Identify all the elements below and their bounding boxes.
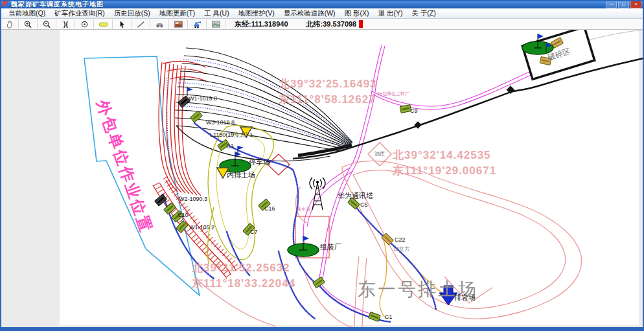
window-title: 魏家峁矿车调度系统电子地图 <box>11 0 104 9</box>
line-tool-icon <box>136 20 146 29</box>
maximize-button[interactable]: □ <box>618 1 629 8</box>
map-canvas[interactable] <box>60 30 639 325</box>
toolbar-buttons: )( <box>0 19 225 29</box>
menu-item-10[interactable]: 关 于(Z) <box>407 9 440 18</box>
text-cursor <box>359 20 363 28</box>
north-coordinate: 北纬:39.537098 <box>306 19 357 29</box>
coordinate-readout: 东经:111.318940 北纬:39.537098 <box>235 19 363 29</box>
toolbar: )( 东经:111.318940 北纬:39.537098 <box>0 19 644 30</box>
center-point-button[interactable] <box>75 19 94 29</box>
select-cursor-button[interactable] <box>113 19 132 29</box>
menu-item-2[interactable]: 矿车作业查询(R) <box>50 9 109 18</box>
line-tool-button[interactable] <box>132 19 150 29</box>
select-cursor-icon <box>117 20 127 29</box>
map-image-button[interactable] <box>207 19 225 29</box>
east-coordinate: 东经:111.318940 <box>235 19 288 29</box>
excavator-icon <box>192 20 202 29</box>
app-icon <box>3 1 8 7</box>
measure-icon <box>98 20 108 29</box>
title-bar: 魏家峁矿车调度系统电子地图 ─ □ × <box>0 0 644 8</box>
zoom-in-icon <box>23 20 33 29</box>
svg-text:)(: )( <box>63 20 68 27</box>
menu-item-8[interactable]: 图 形(X) <box>340 9 374 18</box>
menu-item-3[interactable]: 历史回放(S) <box>109 9 155 18</box>
fit-extents-icon: )( <box>61 20 71 29</box>
excavator-button[interactable] <box>188 19 207 29</box>
menu-item-1[interactable]: 当前地图(Q) <box>4 9 50 18</box>
measure-button[interactable] <box>94 19 113 29</box>
menu-item-4[interactable]: 地图更新(T) <box>155 9 200 18</box>
pan-hand-button[interactable] <box>0 19 19 29</box>
menu-item-7[interactable]: 显示检验道路(W) <box>279 9 340 18</box>
vehicle-icon <box>155 20 165 29</box>
menu-bar: 当前地图(Q)矿车作业查询(R)历史回放(S)地图更新(T)工 具(U)地图维护… <box>0 8 644 19</box>
minimize-button[interactable]: ─ <box>606 1 617 8</box>
center-point-icon <box>80 20 89 29</box>
map-image-icon <box>211 20 221 29</box>
truck-photo-button[interactable] <box>169 19 188 29</box>
zoom-out-icon <box>42 20 52 29</box>
zoom-out-button[interactable] <box>38 19 56 29</box>
pan-hand-icon <box>5 20 14 29</box>
fit-extents-button[interactable]: )( <box>56 19 75 29</box>
close-button[interactable]: × <box>630 1 641 8</box>
menu-item-5[interactable]: 工 具(U) <box>200 9 234 18</box>
menu-item-9[interactable]: 退 出(Y) <box>374 9 408 18</box>
vehicle-button[interactable] <box>150 19 169 29</box>
truck-photo-icon <box>174 20 183 29</box>
zoom-in-button[interactable] <box>19 19 38 29</box>
menu-item-6[interactable]: 地图维护(V) <box>234 9 279 18</box>
